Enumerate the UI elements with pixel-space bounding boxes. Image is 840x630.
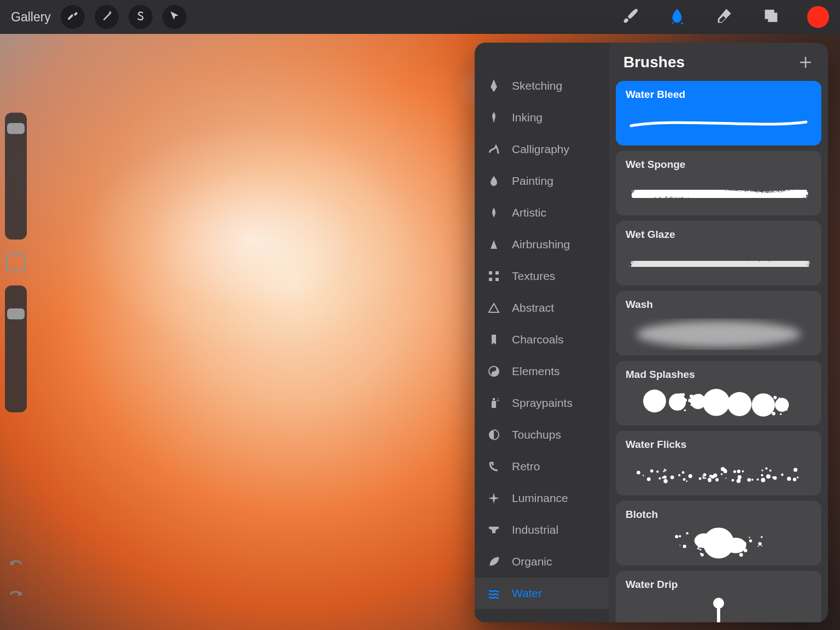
category-industrial[interactable]: Industrial (475, 514, 609, 546)
color-picker-button[interactable] (807, 6, 829, 28)
svg-point-20 (669, 403, 672, 406)
svg-point-92 (682, 471, 685, 474)
svg-point-60 (742, 470, 744, 472)
svg-point-83 (658, 477, 661, 480)
brush-water-flicks[interactable]: Water Flicks (616, 431, 821, 495)
svg-point-127 (714, 535, 716, 538)
category-elements[interactable]: Elements (475, 355, 609, 387)
anvil-icon (487, 523, 501, 537)
category-spraypaints[interactable]: Spraypaints (475, 387, 609, 419)
adjustments-button[interactable] (95, 5, 119, 29)
svg-point-112 (787, 477, 791, 481)
add-brush-button[interactable] (797, 54, 814, 71)
svg-point-138 (729, 550, 732, 552)
eraser-tool-button[interactable] (713, 6, 735, 28)
brush-size-thumb[interactable] (7, 123, 25, 134)
svg-point-51 (763, 409, 765, 411)
smudge-tool-button[interactable] (666, 6, 688, 28)
svg-point-29 (702, 398, 703, 399)
retro-icon (487, 459, 501, 474)
svg-point-87 (761, 474, 763, 476)
svg-point-82 (663, 470, 664, 472)
svg-rect-3 (495, 278, 499, 281)
undo-button[interactable] (8, 555, 24, 573)
brush-name-label: Blotch (626, 509, 812, 521)
pen-icon (487, 110, 501, 125)
brush-stroke-preview (626, 386, 812, 420)
smudge-icon (668, 7, 686, 27)
svg-point-101 (732, 479, 734, 482)
svg-point-27 (699, 394, 701, 395)
selection-button[interactable] (129, 5, 153, 29)
waves-icon (487, 586, 501, 600)
svg-point-104 (738, 475, 742, 479)
svg-point-43 (730, 396, 731, 397)
brush-opacity-thumb[interactable] (7, 308, 25, 319)
category-luminance[interactable]: Luminance (475, 482, 609, 514)
brush-size-slider[interactable] (5, 113, 27, 240)
category-airbrushing[interactable]: Airbrushing (475, 229, 609, 260)
svg-point-89 (702, 475, 703, 476)
svg-point-126 (761, 545, 762, 546)
svg-point-61 (650, 469, 654, 472)
category-label: Touchups (512, 428, 561, 441)
category-charcoals[interactable]: Charcoals (475, 324, 609, 355)
gallery-button[interactable]: Gallery (11, 10, 51, 25)
modify-button[interactable] (6, 253, 26, 272)
category-retro[interactable]: Retro (475, 451, 609, 482)
brush-blotch[interactable]: Blotch (616, 501, 821, 565)
svg-point-31 (690, 394, 693, 398)
category-abstract[interactable]: Abstract (475, 292, 609, 324)
brush-stroke-preview (626, 526, 812, 560)
brush-wet-glaze[interactable]: Wet Glaze (616, 221, 821, 285)
category-sketching[interactable]: Sketching (475, 70, 609, 102)
svg-point-39 (727, 392, 751, 416)
actions-button[interactable] (61, 5, 85, 29)
star-icon (487, 491, 501, 505)
brush-water-drip[interactable]: Water Drip (616, 571, 821, 622)
paintbrush-icon (621, 7, 639, 27)
brush-wet-sponge[interactable]: Wet Sponge (616, 151, 821, 215)
svg-point-128 (698, 544, 701, 547)
svg-point-68 (703, 473, 707, 476)
svg-point-21 (684, 398, 687, 402)
svg-point-103 (737, 470, 740, 473)
brush-stroke-preview (626, 246, 812, 280)
drop-icon (487, 174, 501, 188)
brush-name-label: Wet Sponge (626, 159, 812, 171)
category-artistic[interactable]: Artistic (475, 197, 609, 229)
category-touchups[interactable]: Touchups (475, 419, 609, 451)
svg-point-151 (700, 549, 702, 550)
svg-point-22 (676, 396, 678, 398)
brush-opacity-slider[interactable] (5, 285, 27, 412)
brush-mad-splashes[interactable]: Mad Splashes (616, 361, 821, 425)
brush-category-list[interactable]: SketchingInkingCalligraphyPaintingArtist… (475, 43, 609, 622)
svg-point-76 (656, 470, 658, 472)
svg-point-45 (742, 395, 743, 396)
category-organic[interactable]: Organic (475, 546, 609, 578)
category-textures[interactable]: Textures (475, 260, 609, 292)
svg-point-117 (793, 478, 796, 481)
svg-point-81 (717, 480, 718, 481)
svg-point-106 (737, 479, 741, 483)
nib-icon (487, 79, 501, 93)
brush-water-bleed[interactable]: Water Bleed (616, 81, 821, 145)
category-painting[interactable]: Painting (475, 165, 609, 197)
undo-redo-group (8, 555, 24, 604)
svg-point-85 (766, 474, 771, 479)
transform-button[interactable] (162, 5, 186, 29)
category-water[interactable]: Water (475, 578, 609, 609)
redo-button[interactable] (8, 585, 24, 604)
svg-point-146 (686, 532, 688, 534)
svg-point-63 (663, 479, 668, 483)
svg-point-13 (649, 397, 652, 401)
cursor-icon (168, 10, 180, 24)
svg-point-86 (761, 469, 763, 471)
layers-button[interactable] (760, 6, 782, 28)
brush-tool-button[interactable] (619, 6, 641, 28)
brush-list[interactable]: Water BleedWet SpongeWet GlazeWashMad Sp… (609, 81, 828, 622)
brush-wash[interactable]: Wash (616, 291, 821, 355)
category-calligraphy[interactable]: Calligraphy (475, 133, 609, 165)
svg-point-140 (728, 537, 731, 540)
category-inking[interactable]: Inking (475, 102, 609, 133)
